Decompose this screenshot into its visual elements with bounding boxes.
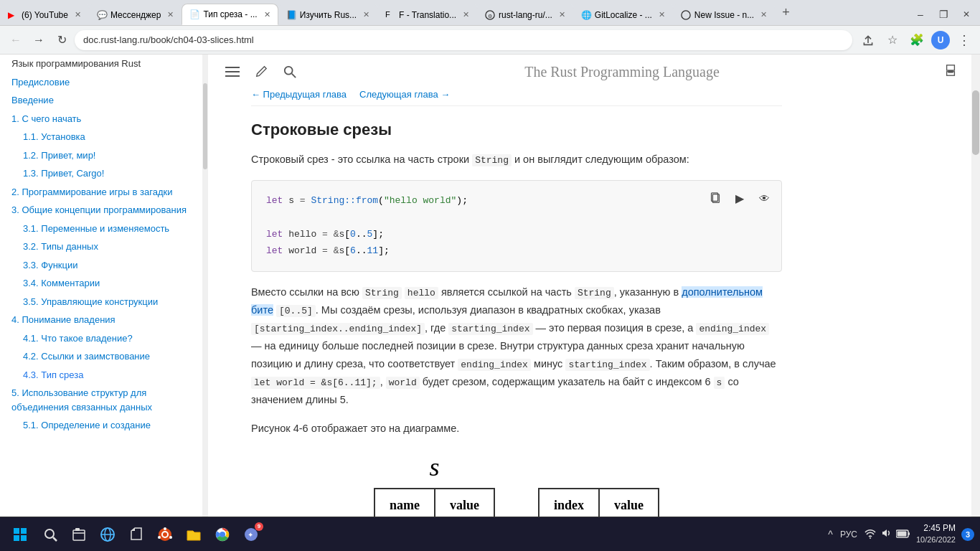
sidebar-item-ch3-4[interactable]: 3.4. Комментарии bbox=[0, 274, 202, 293]
run-code-button[interactable]: ▶ bbox=[730, 188, 750, 208]
minimize-button[interactable]: – bbox=[910, 4, 931, 25]
diagram-s-label: s bbox=[374, 452, 495, 482]
tab-f-trans[interactable]: F F - Translatio... ✕ bbox=[377, 4, 477, 25]
sidebar-item-lang[interactable]: Язык программирования Rust bbox=[0, 55, 202, 73]
forward-button[interactable]: → bbox=[29, 30, 49, 50]
taskbar-chrome-icon[interactable] bbox=[209, 522, 235, 547]
taskbar-folder-icon[interactable] bbox=[181, 522, 207, 547]
sidebar-item-ch3[interactable]: 3. Общие концепции программирования bbox=[0, 201, 202, 220]
sidebar-scrollbar-thumb bbox=[203, 83, 207, 169]
start-button[interactable] bbox=[6, 520, 34, 549]
browser-menu-button[interactable]: ⋮ bbox=[954, 30, 974, 50]
tab-rust-lang-label: rust-lang-ru/... bbox=[499, 10, 552, 20]
taskbar-ubuntu-icon[interactable] bbox=[152, 522, 178, 547]
svg-point-30 bbox=[220, 532, 225, 537]
eye-code-button[interactable]: 👁 bbox=[754, 188, 774, 208]
volume-icon[interactable] bbox=[880, 527, 892, 541]
taskbar-files-icon[interactable] bbox=[66, 522, 92, 547]
reload-button[interactable]: ↻ bbox=[52, 30, 72, 50]
sidebar-item-ch4-3[interactable]: 4.3. Тип среза bbox=[0, 366, 202, 385]
new-issue-favicon bbox=[681, 10, 691, 20]
date-display: 10/26/2022 bbox=[916, 534, 956, 545]
tab-gitlocalize-close[interactable]: ✕ bbox=[659, 10, 665, 19]
main-area: Язык программирования Rust Предисловие В… bbox=[0, 55, 980, 517]
taskbar-chat-icon[interactable]: ✦ 9 bbox=[238, 522, 264, 547]
sidebar-item-ch3-2[interactable]: 3.2. Типы данных bbox=[0, 237, 202, 256]
sidebar-scrollbar[interactable] bbox=[202, 55, 208, 517]
tab-new-issue-close[interactable]: ✕ bbox=[760, 10, 767, 19]
taskbar-right: ^ РУС 2:45 PM 10/26/2022 3 bbox=[828, 522, 974, 545]
sidebar-item-intro[interactable]: Введение bbox=[0, 91, 202, 110]
tab-new-issue[interactable]: New Issue - n... ✕ bbox=[673, 4, 775, 25]
diagram-index-table: index value bbox=[538, 452, 659, 517]
tab-f-trans-label: F - Translatio... bbox=[399, 10, 456, 20]
sidebar-item-ch4[interactable]: 4. Понимание владения bbox=[0, 311, 202, 329]
sidebar-item-ch1-2[interactable]: 1.2. Привет, мир! bbox=[0, 146, 202, 165]
sidebar-item-ch3-3[interactable]: 3.3. Функции bbox=[0, 256, 202, 275]
sidebar-item-ch1-3[interactable]: 1.3. Привет, Cargo! bbox=[0, 164, 202, 183]
sidebar-item-ch4-2[interactable]: 4.2. Ссылки и заимствование bbox=[0, 347, 202, 366]
search-icon[interactable] bbox=[280, 62, 300, 82]
prev-chapter-link[interactable]: ← Предыдущая глава bbox=[251, 89, 347, 100]
code-line-4: let world = &s[6..11]; bbox=[266, 242, 767, 259]
sidebar-item-ch1-1[interactable]: 1.1. Установка bbox=[0, 128, 202, 146]
sidebar-item-ch4-1[interactable]: 4.1. Что такое владение? bbox=[0, 329, 202, 348]
print-icon[interactable] bbox=[944, 64, 957, 80]
svg-point-27 bbox=[169, 536, 172, 539]
svg-point-26 bbox=[164, 527, 166, 530]
language-button[interactable]: РУС bbox=[837, 528, 860, 541]
next-chapter-link[interactable]: Следующая глава → bbox=[359, 89, 450, 100]
sidebar-item-ch5[interactable]: 5. Использование структур для объединени… bbox=[0, 384, 202, 416]
bookmark-button[interactable]: ☆ bbox=[882, 30, 903, 50]
sidebar-item-preface[interactable]: Предисловие bbox=[0, 73, 202, 92]
tab-learn-rust[interactable]: 📘 Изучить Rus... ✕ bbox=[278, 4, 377, 25]
page-scrollbar[interactable] bbox=[971, 55, 980, 517]
profile-avatar[interactable]: U bbox=[931, 31, 950, 50]
sidebar-item-ch3-5[interactable]: 3.5. Управляющие конструкции bbox=[0, 293, 202, 311]
tab-messenger-close[interactable]: ✕ bbox=[167, 10, 174, 19]
address-input[interactable] bbox=[75, 30, 852, 50]
tab-learn-rust-close[interactable]: ✕ bbox=[363, 10, 369, 19]
f-trans-favicon: F bbox=[385, 10, 395, 20]
tab-f-trans-close[interactable]: ✕ bbox=[463, 10, 469, 19]
wifi-icon[interactable] bbox=[864, 527, 876, 541]
back-button[interactable]: ← bbox=[6, 30, 26, 50]
tab-youtube[interactable]: ▶ (6) YouTube ✕ bbox=[0, 4, 89, 25]
content-inner: The Rust Programming Language ← Предыдущ… bbox=[208, 55, 971, 517]
tab-slice-close[interactable]: ✕ bbox=[264, 10, 270, 19]
extensions-button[interactable]: 🧩 bbox=[907, 30, 927, 50]
battery-icon[interactable] bbox=[896, 529, 910, 540]
address-bar: ← → ↻ ☆ 🧩 U ⋮ bbox=[0, 26, 980, 55]
tab-messenger[interactable]: 💬 Мессенджер ✕ bbox=[89, 4, 182, 25]
tab-youtube-close[interactable]: ✕ bbox=[75, 10, 81, 19]
tab-gitlocalize[interactable]: 🌐 GitLocalize - ... ✕ bbox=[573, 4, 673, 25]
tab-add-button[interactable]: + bbox=[775, 2, 797, 23]
svg-rect-15 bbox=[14, 535, 19, 541]
tab-slice-type[interactable]: 📄 Тип среза - ... ✕ bbox=[182, 4, 278, 25]
taskbar-browser-icon[interactable] bbox=[95, 522, 121, 547]
notification-badge[interactable]: 3 bbox=[961, 528, 974, 541]
content-body: ← Предыдущая глава Следующая глава → Стр… bbox=[208, 89, 825, 517]
sidebar-wrapper: Язык программирования Rust Предисловие В… bbox=[0, 55, 208, 517]
sidebar-item-ch3-1[interactable]: 3.1. Переменные и изменяемость bbox=[0, 220, 202, 238]
restore-button[interactable]: ❐ bbox=[933, 4, 954, 25]
taskbar-files2-icon[interactable] bbox=[123, 522, 149, 547]
para1: Строковый срез - это ссылка на часть стр… bbox=[251, 151, 782, 169]
edit-icon[interactable] bbox=[251, 62, 271, 82]
messenger-favicon: 💬 bbox=[97, 10, 107, 20]
hamburger-menu-icon[interactable] bbox=[222, 62, 242, 82]
sidebar-item-ch2[interactable]: 2. Программирование игры в загадки bbox=[0, 183, 202, 202]
taskbar-search-icon[interactable] bbox=[37, 522, 63, 547]
tray-chevron-icon[interactable]: ^ bbox=[828, 529, 833, 540]
diagram-s-table: s name value bbox=[374, 452, 495, 517]
sidebar-item-ch5-1[interactable]: 5.1. Определение и создание bbox=[0, 416, 202, 435]
tab-rust-lang-close[interactable]: ✕ bbox=[559, 10, 565, 19]
tab-rust-lang-ru[interactable]: ⚙ rust-lang-ru/... ✕ bbox=[477, 4, 573, 25]
close-button[interactable]: ✕ bbox=[956, 4, 977, 25]
address-right-icons: ☆ 🧩 U ⋮ bbox=[858, 30, 974, 50]
copy-code-button[interactable] bbox=[705, 188, 725, 208]
sidebar-item-ch1[interactable]: 1. С чего начать bbox=[0, 110, 202, 128]
code-line-blank bbox=[266, 209, 767, 225]
svg-rect-10 bbox=[948, 70, 953, 73]
share-button[interactable] bbox=[858, 30, 878, 50]
